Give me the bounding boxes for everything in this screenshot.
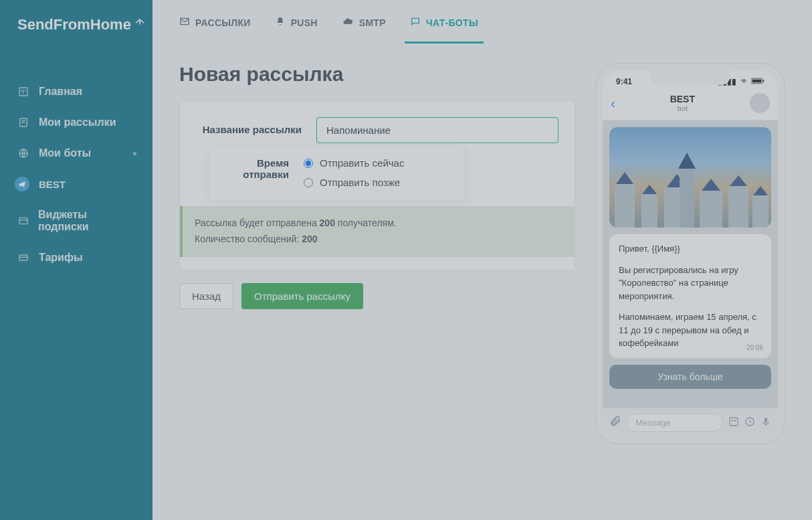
home-arrow-icon [134,16,146,33]
mic-icon[interactable] [760,416,771,429]
back-icon[interactable]: ‹ [611,96,615,111]
widget-icon [17,215,29,227]
main: РАССЫЛКИ PUSH SMTP ЧАТ-БОТЫ Новая рассыл… [153,0,812,520]
battery-icon [751,77,765,86]
svg-rect-8 [730,418,738,426]
chat-input-bar: Message [603,408,778,437]
chat-name: BEST [622,94,743,104]
page-title: Новая рассылка [179,63,575,86]
sidebar-item-label: Мои боты [39,147,91,159]
wifi-icon [739,77,748,86]
mail-icon [179,16,190,29]
clock-icon[interactable] [744,416,755,429]
chat-header: ‹ BEST bot [603,89,778,120]
cloud-icon [342,16,354,29]
field-label-name: Название рассылки [196,117,316,135]
sidebar-item-pricing[interactable]: Тарифы [0,242,153,273]
svg-point-10 [734,420,735,421]
chat-icon [410,16,421,29]
sidebar-sub-best[interactable]: BEST [0,169,153,199]
card-icon [17,252,29,264]
chat-body: Привет, {{Имя}} Вы регистрировались на и… [603,120,778,408]
message-line: Напоминаем, играем 15 апреля, с 11 до 19… [619,311,762,350]
telegram-icon [15,177,29,191]
svg-rect-7 [763,80,765,82]
radio-send-later-highlight[interactable]: Отправить позже [304,173,404,192]
svg-rect-6 [752,80,762,83]
phone-notch [650,70,730,85]
sidebar-item-label: Виджеты подписки [38,209,135,233]
chat-message-input[interactable]: Message [627,414,723,432]
message-time: 20:06 [746,343,763,353]
message-image-castle [609,127,771,228]
svg-rect-3 [19,218,27,224]
sticker-icon[interactable] [728,416,739,429]
tab-label: ЧАТ-БОТЫ [426,17,478,28]
send-campaign-button[interactable]: Отправить рассылку [241,283,363,309]
sidebar-item-label: Главная [39,86,82,98]
sidebar-item-campaigns[interactable]: Мои рассылки [0,107,153,138]
sidebar-item-home[interactable]: Главная [0,76,153,107]
highlight-region: Время отправки Отправить сейчас Отправит… [210,147,464,200]
message-line: Привет, {{Имя}} [619,242,762,256]
top-tabs: РАССЫЛКИ PUSH SMTP ЧАТ-БОТЫ [153,0,812,44]
message-line: Вы регистрировались на игру "Королевство… [619,264,762,303]
bell-icon [275,16,286,29]
chevron-down-icon: ▾ [133,150,136,157]
sidebar: SendFromHome Главная Мои рассылки Мои бо… [0,0,153,520]
sidebar-item-widgets[interactable]: Виджеты подписки [0,199,153,242]
status-time: 9:41 [616,77,632,86]
dashboard-icon [17,86,29,98]
brand-text: SendFromHome [17,16,131,33]
chat-subtitle: bot [622,104,743,112]
tab-push[interactable]: PUSH [275,16,318,44]
phone-preview: 9:41 ▮▮▮▮ ‹ BEST bot [595,63,785,444]
document-icon [17,116,29,128]
svg-rect-12 [765,418,767,423]
tab-label: РАССЫЛКИ [195,17,251,28]
campaign-name-input[interactable] [316,117,559,143]
avatar[interactable] [750,93,770,113]
brand-logo[interactable]: SendFromHome [0,0,153,50]
tab-chatbots[interactable]: ЧАТ-БОТЫ [410,16,478,44]
back-button[interactable]: Назад [179,283,233,309]
radio-send-now-highlight[interactable]: Отправить сейчас [304,153,404,173]
svg-point-9 [732,420,732,421]
tab-label: PUSH [291,17,318,28]
tab-smtp[interactable]: SMTP [342,16,386,44]
tab-label: SMTP [359,17,386,28]
tab-campaigns[interactable]: РАССЫЛКИ [179,16,251,44]
chat-cta-button[interactable]: Узнать больше [609,365,771,389]
attach-icon[interactable] [609,415,621,430]
message-bubble: Привет, {{Имя}} Вы регистрировались на и… [609,234,771,358]
sidebar-item-label: Мои рассылки [39,116,116,128]
globe-icon [17,147,29,159]
sidebar-item-label: Тарифы [39,252,83,264]
sidebar-sub-label: BEST [39,179,66,190]
sidebar-item-bots[interactable]: Мои боты ▾ [0,138,153,169]
recipients-notice: Рассылка будет отправлена 200 получателя… [180,206,575,257]
